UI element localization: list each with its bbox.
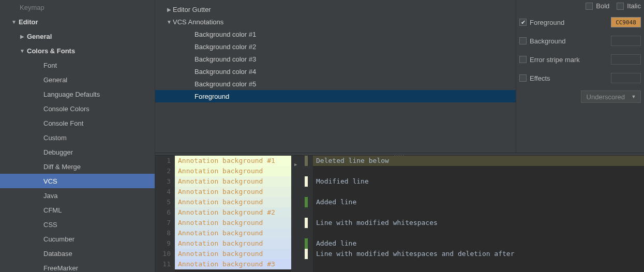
line-number: 4	[155, 187, 171, 197]
tree-item-css[interactable]: CSS	[0, 217, 155, 232]
tree-item-diff-merge[interactable]: Diff & Merge	[0, 159, 155, 174]
line-number: 7	[155, 218, 171, 228]
annotation-cell: Annotation background #1	[175, 156, 291, 166]
category-item[interactable]: Background color #4	[155, 65, 516, 78]
line-number: 8	[155, 228, 171, 238]
color-categories-list: ▶Editor Gutter▼VCS AnnotationsBackground…	[155, 0, 516, 153]
category-item[interactable]: Background color #2	[155, 40, 516, 53]
color-scheme-top-pane: ▶Editor Gutter▼VCS AnnotationsBackground…	[155, 0, 644, 153]
tree-item-label: VCS	[42, 177, 57, 185]
annotation-cell: Annotation background	[175, 218, 291, 228]
tree-item-colors-fonts[interactable]: ▼Colors & Fonts	[0, 43, 155, 58]
tree-item-cfml[interactable]: CFML	[0, 203, 155, 217]
category-item-label: Background color #3	[194, 55, 256, 63]
line-number: 9	[155, 238, 171, 249]
tree-item-console-colors[interactable]: Console Colors	[0, 101, 155, 116]
preview-code-line	[313, 259, 644, 269]
line-number: 3	[155, 176, 171, 187]
annotation-cell: Annotation background #2	[175, 207, 291, 218]
annotation-cell: Annotation background	[175, 238, 291, 249]
tree-item-label: Language Defaults	[42, 90, 100, 98]
change-marker-row	[291, 187, 313, 197]
effects-type-combo[interactable]: Underscored ▼	[581, 90, 641, 103]
settings-content: ▶Editor Gutter▼VCS AnnotationsBackground…	[155, 0, 644, 272]
change-marker-row	[291, 166, 313, 176]
chevron-down-icon: ▼	[10, 19, 18, 25]
deletion-marker-icon: ▶	[294, 162, 297, 167]
category-item-label: Background color #1	[194, 31, 256, 38]
tree-item-label: Console Font	[42, 119, 83, 127]
tree-item-label: Custom	[42, 134, 67, 142]
category-item[interactable]: ▶Editor Gutter	[155, 3, 516, 16]
italic-checkbox[interactable]: Italic	[617, 2, 641, 10]
category-item-label: Foreground	[194, 93, 229, 100]
vcs-annotation-column: Annotation background #1Annotation backg…	[175, 156, 291, 272]
effects-color-swatch[interactable]	[611, 73, 641, 83]
annotation-cell: Annotation background	[175, 166, 291, 176]
tree-item-keymap[interactable]: Keymap	[0, 0, 155, 14]
tree-item-freemarker[interactable]: FreeMarker	[0, 261, 155, 272]
preview-code-line	[313, 187, 644, 197]
tree-item-debugger[interactable]: Debugger	[0, 145, 155, 159]
preview-code-line: Line with modified whitespaces and delet…	[313, 249, 644, 259]
category-item-label: Background color #2	[194, 43, 256, 51]
tree-item-label: Database	[42, 250, 72, 258]
preview-code-line: Modified line	[313, 176, 644, 187]
tree-item-vcs[interactable]: VCS	[0, 174, 155, 188]
category-item[interactable]: Background color #1	[155, 28, 516, 40]
chevron-down-icon: ▼	[19, 48, 26, 54]
tree-item-java[interactable]: Java	[0, 188, 155, 203]
change-marker-row	[291, 176, 313, 187]
tree-item-database[interactable]: Database	[0, 246, 155, 261]
tree-item-general[interactable]: ▶General	[0, 29, 155, 43]
tree-item-label: Console Colors	[42, 105, 89, 113]
foreground-color-swatch[interactable]: CC9048	[611, 17, 641, 27]
change-marker-row	[291, 259, 313, 269]
category-item[interactable]: ▼VCS Annotations	[155, 16, 516, 28]
checkbox-icon	[519, 37, 527, 44]
change-marker-row	[291, 218, 313, 228]
tree-item-label: CSS	[42, 221, 57, 229]
preview-code-line: Added line	[313, 197, 644, 207]
error-stripe-checkbox[interactable]: Error stripe mark	[519, 56, 580, 64]
change-marker-gutter: ▶	[291, 156, 313, 272]
tree-item-label: Diff & Merge	[42, 163, 81, 171]
category-item-label: VCS Annotations	[173, 18, 223, 26]
background-color-swatch[interactable]	[611, 36, 641, 46]
change-marker-row	[291, 249, 313, 259]
tree-item-editor[interactable]: ▼ Editor	[0, 14, 155, 29]
annotation-cell: Annotation background	[175, 176, 291, 187]
annotation-cell: Annotation background	[175, 187, 291, 197]
preview-code-line: Deleted line below	[313, 156, 644, 166]
tree-item-custom[interactable]: Custom	[0, 130, 155, 145]
settings-tree: Keymap ▼ Editor ▶General▼Colors & FontsF…	[0, 0, 155, 272]
error-stripe-color-swatch[interactable]	[611, 54, 641, 65]
tree-item-language-defaults[interactable]: Language Defaults	[0, 87, 155, 101]
category-item[interactable]: Background color #3	[155, 53, 516, 65]
foreground-checkbox[interactable]: Foreground	[519, 19, 564, 26]
category-item-label: Editor Gutter	[173, 6, 211, 13]
line-number-gutter: 1234567891011	[155, 156, 175, 272]
bold-checkbox[interactable]: Bold	[586, 2, 609, 10]
checkbox-icon	[586, 3, 593, 10]
change-marker-row	[291, 228, 313, 238]
checkbox-icon	[519, 74, 527, 82]
tree-item-font[interactable]: Font	[0, 58, 155, 72]
change-stripe-icon	[305, 197, 308, 207]
category-item[interactable]: Foreground	[155, 90, 516, 102]
tree-item-label: FreeMarker	[42, 264, 78, 272]
line-number: 11	[155, 259, 171, 269]
background-checkbox[interactable]: Background	[519, 37, 565, 45]
tree-item-label: Cucumber	[42, 235, 74, 243]
category-item-label: Background color #4	[194, 68, 256, 75]
tree-item-general[interactable]: General	[0, 72, 155, 87]
tree-item-cucumber[interactable]: Cucumber	[0, 232, 155, 246]
tree-item-label: General	[42, 76, 67, 84]
category-item[interactable]: Background color #5	[155, 78, 516, 90]
tree-item-console-font[interactable]: Console Font	[0, 116, 155, 130]
annotation-cell: Annotation background	[175, 249, 291, 259]
preview-code-line: Line with modified whitespaces	[313, 218, 644, 228]
effects-checkbox[interactable]: Effects	[519, 74, 550, 82]
change-marker-row	[291, 238, 313, 249]
chevron-down-icon: ▼	[166, 19, 173, 25]
